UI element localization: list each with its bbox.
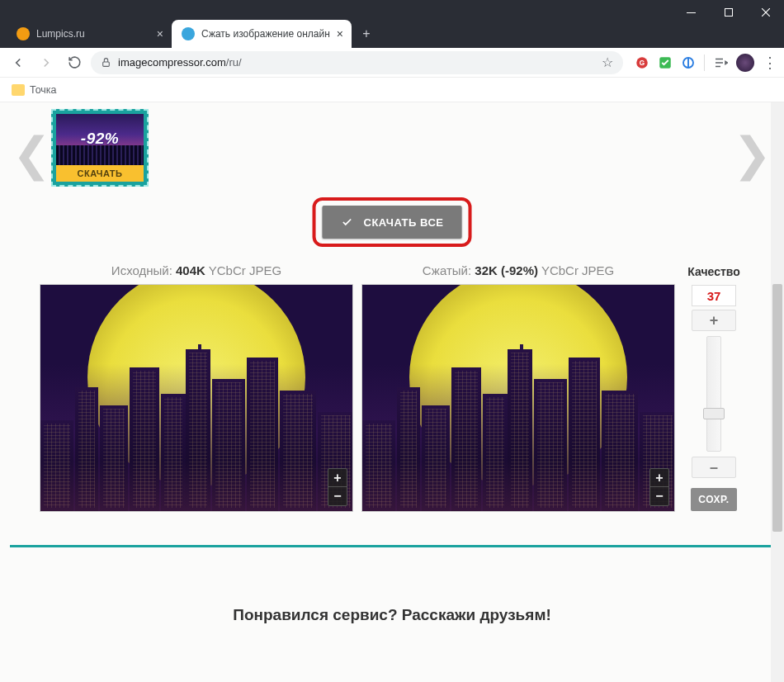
zoom-in-button[interactable]: + bbox=[650, 469, 668, 487]
media-control-icon[interactable] bbox=[713, 55, 728, 70]
window-titlebar: Lumpics.ru × Сжать изображение онлайн × … bbox=[0, 0, 784, 48]
zoom-controls: + − bbox=[328, 468, 347, 506]
thumbnail-download-button[interactable]: СКАЧАТЬ bbox=[56, 165, 144, 182]
original-header: Исходный: 404K YCbCr JPEG bbox=[40, 263, 353, 277]
download-all-label: СКАЧАТЬ ВСЕ bbox=[364, 216, 444, 229]
nav-forward-button[interactable] bbox=[35, 51, 58, 74]
window-close-button[interactable] bbox=[747, 0, 784, 25]
browser-menu-button[interactable]: ⋮ bbox=[763, 55, 777, 70]
quality-label: Качество bbox=[687, 265, 740, 278]
zoom-out-button[interactable]: − bbox=[328, 487, 347, 505]
bookmark-item[interactable]: Точка bbox=[30, 84, 57, 96]
page-content: ❮ ❯ -92% СКАЧАТЬ СКАЧАТЬ ВСЕ Исходный: 4… bbox=[0, 102, 784, 682]
extension-icon[interactable]: G bbox=[635, 55, 649, 70]
slider-knob[interactable] bbox=[703, 408, 725, 419]
svg-rect-4 bbox=[103, 62, 110, 66]
compression-badge: -92% bbox=[81, 130, 119, 148]
compressed-header: Сжатый: 32K (-92%) YCbCr JPEG bbox=[361, 263, 675, 277]
svg-marker-10 bbox=[725, 61, 727, 64]
zoom-controls: + − bbox=[649, 468, 669, 506]
extension-icon[interactable] bbox=[658, 55, 673, 70]
close-icon[interactable]: × bbox=[337, 27, 343, 40]
extension-icon[interactable] bbox=[681, 55, 696, 70]
star-icon[interactable]: ☆ bbox=[602, 54, 613, 70]
quality-value[interactable]: 37 bbox=[692, 285, 736, 306]
share-heading: Понравился сервис? Расскажи друзьям! bbox=[0, 606, 784, 624]
check-icon bbox=[341, 215, 354, 229]
divider bbox=[10, 545, 774, 547]
url-host: imagecompressor.com bbox=[118, 56, 226, 69]
carousel-next-button[interactable]: ❯ bbox=[733, 127, 772, 181]
browser-tab-active[interactable]: Сжать изображение онлайн × bbox=[172, 20, 352, 48]
svg-text:G: G bbox=[640, 59, 645, 67]
tab-title: Сжать изображение онлайн bbox=[201, 28, 330, 40]
scrollbar-thumb[interactable] bbox=[772, 284, 782, 532]
close-icon[interactable]: × bbox=[157, 27, 163, 40]
url-input[interactable]: imagecompressor.com/ru/ ☆ bbox=[91, 51, 623, 74]
nav-back-button[interactable] bbox=[7, 51, 30, 74]
quality-slider[interactable] bbox=[706, 336, 721, 452]
svg-rect-1 bbox=[725, 9, 732, 17]
favicon-icon bbox=[17, 27, 30, 40]
quality-increase-button[interactable]: + bbox=[692, 310, 736, 331]
address-bar: imagecompressor.com/ru/ ☆ G ⋮ bbox=[0, 48, 784, 78]
bookmarks-bar: Точка bbox=[0, 78, 784, 102]
result-thumbnail-card[interactable]: -92% СКАЧАТЬ bbox=[51, 109, 149, 187]
browser-tab-inactive[interactable]: Lumpics.ru × bbox=[7, 20, 172, 48]
new-tab-button[interactable]: + bbox=[355, 22, 378, 45]
quality-decrease-button[interactable]: – bbox=[692, 457, 736, 478]
window-maximize-button[interactable] bbox=[710, 0, 747, 25]
download-all-button[interactable]: СКАЧАТЬ ВСЕ bbox=[323, 206, 462, 239]
highlight-annotation: СКАЧАТЬ ВСЕ bbox=[313, 197, 472, 247]
quality-sidebar: Качество 37 + – СОХР. bbox=[683, 263, 744, 512]
carousel-prev-button[interactable]: ❮ bbox=[12, 127, 51, 181]
window-minimize-button[interactable] bbox=[673, 0, 710, 25]
folder-icon bbox=[12, 84, 25, 96]
compressed-image-panel[interactable]: + − bbox=[361, 284, 675, 512]
save-button[interactable]: СОХР. bbox=[691, 488, 737, 511]
original-image-panel[interactable]: + − bbox=[40, 284, 353, 512]
zoom-in-button[interactable]: + bbox=[328, 469, 347, 487]
url-path: /ru/ bbox=[226, 56, 242, 69]
zoom-out-button[interactable]: − bbox=[650, 487, 668, 505]
profile-avatar[interactable] bbox=[736, 54, 754, 72]
favicon-icon bbox=[182, 27, 195, 40]
tab-title: Lumpics.ru bbox=[36, 28, 150, 40]
thumbnail-image: -92% bbox=[56, 114, 144, 165]
lock-icon bbox=[101, 57, 111, 68]
vertical-scrollbar[interactable] bbox=[771, 102, 784, 682]
nav-reload-button[interactable] bbox=[63, 51, 86, 74]
